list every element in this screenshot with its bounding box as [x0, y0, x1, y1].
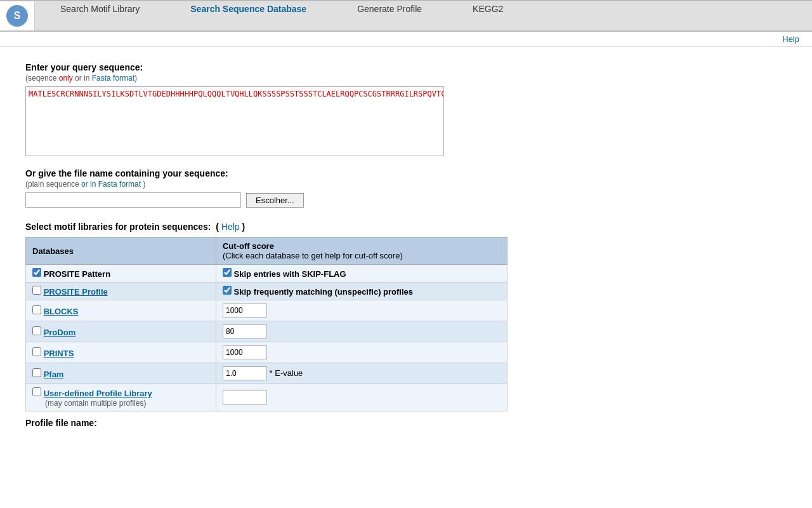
db-cell-1: PROSITE Profile	[26, 283, 216, 300]
db-name-link-3[interactable]: ProDom	[44, 328, 76, 337]
evalue-label-5: * E-value	[267, 368, 303, 378]
file-label: Or give the file name containing your se…	[25, 168, 590, 178]
db-checkbox-2[interactable]	[32, 305, 41, 314]
cutoff-cell-4	[216, 342, 507, 363]
navigation-bar: S Search Motif LibrarySearch Sequence Da…	[0, 0, 812, 32]
file-input[interactable]	[25, 192, 241, 208]
file-row: Escolher...	[25, 192, 590, 208]
db-checkbox-6[interactable]	[32, 387, 41, 396]
cutoff-cell-2	[216, 300, 507, 321]
motif-label-text: Select motif libraries for protein seque…	[25, 222, 211, 232]
table-row: PROSITE Profile Skip frequently matching…	[26, 283, 508, 300]
svg-text:S: S	[14, 10, 21, 21]
db-name-link-1[interactable]: PROSITE Profile	[44, 287, 108, 297]
db-cell-4: PRINTS	[26, 342, 216, 363]
db-cell-5: Pfam	[26, 363, 216, 384]
table-row: ProDom	[26, 321, 508, 342]
db-cell-3: ProDom	[26, 321, 216, 342]
db-cell-0: PROSITE Pattern	[26, 265, 216, 283]
table-row: BLOCKS	[26, 300, 508, 321]
cutoff-checkbox-0[interactable]	[223, 268, 232, 277]
cutoff-cell-5: * E-value	[216, 363, 507, 384]
db-name-link-5[interactable]: Pfam	[44, 370, 64, 379]
help-link[interactable]: Help	[782, 34, 799, 44]
db-cell-6: User-defined Profile Library(may contain…	[26, 384, 216, 411]
file-sublabel: (plain sequence or in Fasta format )	[25, 180, 590, 189]
cutoff-label-1: Skip frequently matching (unspecific) pr…	[234, 287, 413, 297]
help-bar: Help	[0, 32, 812, 47]
cutoff-label-0: Skip entries with SKIP-FLAG	[234, 269, 346, 279]
db-name-link-6[interactable]: User-defined Profile Library	[44, 389, 152, 398]
db-checkbox-3[interactable]	[32, 326, 41, 335]
db-checkbox-4[interactable]	[32, 347, 41, 356]
cutoff-cell-6	[216, 384, 507, 411]
db-checkbox-5[interactable]	[32, 368, 41, 377]
query-sublabel: (seqence only or in Fasta format)	[25, 74, 590, 83]
table-row: PRINTS	[26, 342, 508, 363]
nav-item-kegg2[interactable]: KEGG2	[447, 1, 528, 30]
table-row: Pfam * E-value	[26, 363, 508, 384]
table-row: User-defined Profile Library(may contain…	[26, 384, 508, 411]
cutoff-input-2[interactable]	[223, 304, 267, 318]
cutoff-cell-3	[216, 321, 507, 342]
query-label: Enter your query sequence:	[25, 62, 590, 72]
motif-label: Select motif libraries for protein seque…	[25, 222, 590, 232]
db-checkbox-0[interactable]	[32, 268, 41, 277]
col-cutoff: Cut-off score(Click each database to get…	[216, 237, 507, 265]
cutoff-input-4[interactable]	[223, 345, 267, 359]
cutoff-cell-0: Skip entries with SKIP-FLAG	[216, 265, 507, 283]
profile-file-label: Profile file name:	[25, 418, 590, 428]
nav-item-generate-profile[interactable]: Generate Profile	[332, 1, 447, 30]
motif-help-link[interactable]: Help	[221, 222, 240, 232]
col-databases: Databases	[26, 237, 216, 265]
sequence-textarea[interactable]: MATLESCRCRNNNSILYSILKSDTLVTGDEDHHHHHPQLQ…	[25, 86, 444, 156]
db-name-text-0: PROSITE Pattern	[44, 269, 110, 279]
databases-table: Databases Cut-off score(Click each datab…	[25, 237, 508, 411]
cutoff-cell-1: Skip frequently matching (unspecific) pr…	[216, 283, 507, 300]
file-choose-button[interactable]: Escolher...	[246, 193, 304, 208]
db-name-link-2[interactable]: BLOCKS	[44, 307, 79, 316]
nav-item-search-motif-library[interactable]: Search Motif Library	[35, 1, 165, 30]
logo-icon: S	[5, 4, 29, 28]
db-cell-2: BLOCKS	[26, 300, 216, 321]
table-row: PROSITE Pattern Skip entries with SKIP-F…	[26, 265, 508, 283]
cutoff-input-3[interactable]	[223, 324, 267, 338]
cutoff-input-evalue-5[interactable]	[223, 366, 267, 380]
db-name-link-4[interactable]: PRINTS	[44, 349, 74, 358]
db-checkbox-1[interactable]	[32, 286, 41, 295]
cutoff-checkbox-1[interactable]	[223, 286, 232, 295]
nav-item-search-sequence-database[interactable]: Search Sequence Database	[165, 1, 332, 30]
db-name-sub-6: (may contain multiple profiles)	[32, 399, 146, 408]
main-content: Enter your query sequence: (seqence only…	[0, 47, 609, 441]
cutoff-input-empty-6[interactable]	[223, 391, 267, 404]
